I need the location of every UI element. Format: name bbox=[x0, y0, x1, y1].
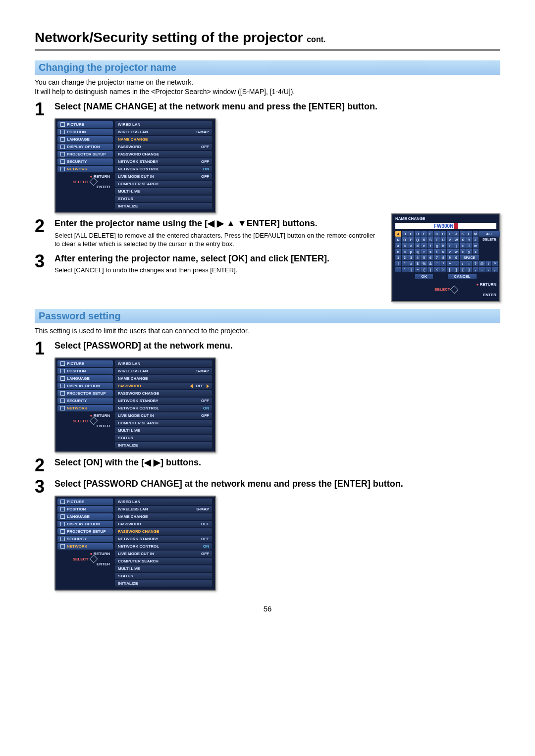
keypad-key: s bbox=[428, 249, 433, 254]
osd-row: WIRELESS LANS-MAP bbox=[115, 129, 212, 135]
keypad-key: ) bbox=[428, 267, 433, 272]
menu-category-icon bbox=[60, 514, 65, 519]
dpad-icon bbox=[91, 418, 97, 424]
keypad-key: { bbox=[460, 267, 466, 272]
section2-desc: This setting is used to limit the users … bbox=[35, 326, 500, 336]
osd-row: WIRED LAN bbox=[115, 360, 212, 367]
osd-row: WIRELESS LANS-MAP bbox=[115, 368, 212, 374]
keypad-key: ? bbox=[473, 261, 479, 266]
keypad-key: 4 bbox=[415, 255, 421, 260]
keypad-key: - bbox=[453, 261, 459, 266]
osd-row: MULTI-LIVE bbox=[115, 565, 212, 572]
keypad-key: . bbox=[479, 267, 485, 272]
osd-row: NETWORK CONTROLON bbox=[115, 543, 212, 550]
osd-row: WIRED LAN bbox=[115, 121, 212, 128]
osd-left-item: SECURITY bbox=[57, 158, 113, 165]
osd-row: PASSWORDOFF bbox=[115, 521, 212, 527]
keypad-key: z bbox=[473, 249, 479, 254]
keypad-key: g bbox=[434, 243, 440, 249]
osd-left-item: NETWORK bbox=[57, 405, 113, 411]
cursor-icon bbox=[454, 223, 458, 229]
keypad-key: I bbox=[447, 231, 453, 237]
osd-screenshot-b: PICTUREPOSITIONLANGUAGEDISPLAY OPTIONPRO… bbox=[54, 357, 500, 453]
keypad-key: ~ bbox=[415, 267, 421, 272]
keypad-key-space: SPACE bbox=[460, 255, 479, 260]
menu-category-icon bbox=[60, 376, 65, 381]
keypad-key: G bbox=[434, 231, 440, 237]
keypad-footer: ● RETURN SELECT ENTER bbox=[395, 282, 496, 297]
s2-step2-head: Select [ON] with the [◀ ▶] buttons. bbox=[54, 457, 500, 468]
osd-row: LIVE MODE CUT INOFF bbox=[115, 173, 212, 180]
menu-category-icon bbox=[60, 369, 65, 373]
keypad-key: D bbox=[415, 231, 421, 237]
keypad-key: | bbox=[408, 267, 414, 272]
osd-row: INITIALIZE bbox=[115, 580, 212, 587]
page-title-cont: cont. bbox=[307, 35, 325, 44]
keypad-key: Q bbox=[415, 237, 421, 243]
keypad-row: 1234567890SPACE bbox=[395, 255, 496, 260]
keypad-key: x bbox=[460, 249, 466, 254]
keypad-row: _`|~()<>[]{},.:; bbox=[395, 267, 496, 272]
keypad-row: !"#$%&'*+-/=?@\^ bbox=[395, 261, 496, 266]
osd-left-item: LANGUAGE bbox=[57, 375, 113, 382]
keypad-key: W bbox=[453, 237, 459, 243]
menu-category-icon bbox=[60, 391, 65, 396]
keypad-key: Y bbox=[466, 237, 472, 243]
menu-category-icon bbox=[60, 152, 65, 156]
keypad-key: V bbox=[447, 237, 453, 243]
keypad-key: r bbox=[421, 249, 427, 254]
keypad-key: ^ bbox=[492, 261, 498, 266]
keypad-key: u bbox=[440, 249, 446, 254]
keypad-key: & bbox=[428, 261, 433, 266]
page-title-main: Network/Security setting of the projecto… bbox=[35, 30, 303, 45]
step3-head: After entering the projector name, selec… bbox=[54, 253, 381, 264]
menu-category-icon bbox=[60, 137, 65, 142]
menu-category-icon bbox=[60, 145, 65, 149]
keypad-key: / bbox=[460, 261, 466, 266]
keypad-key: ] bbox=[453, 267, 459, 272]
keypad-key: d bbox=[415, 243, 421, 249]
osd-left-item: SECURITY bbox=[57, 398, 113, 404]
osd-left-item: LANGUAGE bbox=[57, 513, 113, 520]
osd-left-item: NETWORK bbox=[57, 543, 113, 550]
keypad-key: " bbox=[402, 261, 408, 266]
keypad-key: + bbox=[447, 261, 453, 266]
keypad-key: T bbox=[434, 237, 440, 243]
menu-category-icon bbox=[60, 529, 65, 534]
left-arrow-icon bbox=[190, 384, 193, 388]
osd-row: NAME CHANGE bbox=[115, 136, 212, 143]
keypad-key: \ bbox=[485, 261, 491, 266]
osd-row: NETWORK CONTROLON bbox=[115, 405, 212, 411]
osd-screenshot-c: PICTUREPOSITIONLANGUAGEDISPLAY OPTIONPRO… bbox=[54, 496, 500, 591]
keypad-key: O bbox=[402, 237, 408, 243]
keypad-key: a bbox=[395, 243, 401, 249]
osd-row: LIVE MODE CUT INOFF bbox=[115, 551, 212, 557]
keypad-key: w bbox=[453, 249, 459, 254]
keypad-key: : bbox=[485, 267, 491, 272]
keypad-screenshot: NAME CHANGEFW300N ABCDEFGHIJKLMALL DELET… bbox=[381, 213, 500, 302]
osd-row: PASSWORD CHANGE bbox=[115, 151, 212, 157]
keypad-key: C bbox=[408, 231, 414, 237]
menu-category-icon bbox=[60, 159, 65, 164]
osd-row: LIVE MODE CUT INOFF bbox=[115, 412, 212, 419]
osd-left-item: NETWORK bbox=[57, 166, 113, 172]
osd-row: NETWORK STANDBYOFF bbox=[115, 158, 212, 165]
keypad-key: t bbox=[434, 249, 440, 254]
osd-left-item: SECURITY bbox=[57, 536, 113, 542]
right-arrow-icon bbox=[207, 384, 209, 388]
keypad-display: FW300N bbox=[395, 223, 496, 229]
dpad-icon bbox=[91, 179, 97, 185]
keypad-key: F bbox=[428, 231, 433, 237]
osd-screenshot-a: PICTUREPOSITIONLANGUAGEDISPLAY OPTIONPRO… bbox=[54, 118, 500, 213]
keypad-key: K bbox=[460, 231, 466, 237]
keypad-key: o bbox=[402, 249, 408, 254]
menu-category-icon bbox=[60, 522, 65, 526]
keypad-key: i bbox=[447, 243, 453, 249]
osd-left-item: LANGUAGE bbox=[57, 136, 113, 143]
page-title: Network/Security setting of the projecto… bbox=[35, 30, 500, 46]
keypad-key: ' bbox=[434, 261, 440, 266]
keypad-key: f bbox=[428, 243, 433, 249]
keypad-key: U bbox=[440, 237, 446, 243]
menu-category-icon bbox=[60, 167, 65, 171]
keypad-key: ! bbox=[395, 261, 401, 266]
